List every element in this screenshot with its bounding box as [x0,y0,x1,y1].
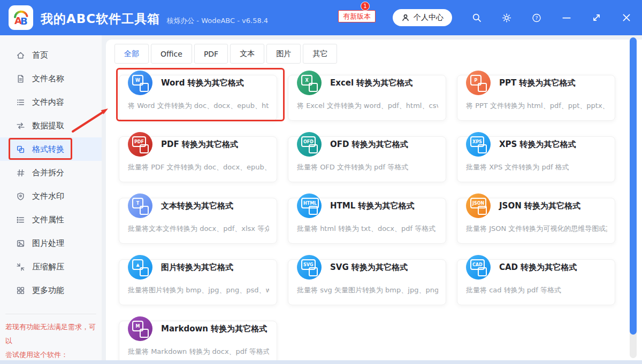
sidebar-item-file-properties[interactable]: 文件属性 [0,208,102,231]
file-content-icon [16,98,25,107]
markdown-convert-icon: M [128,316,152,341]
tool-card-title: Word 转换为其它格式 [161,78,244,88]
content-panel: 全部 Office PDF 文本 图片 其它 W Word 转换为其它格式 将 … [106,40,642,364]
card-image-convert[interactable]: ▲ 图片转换为其它格式 批量将图片转换为 bmp、jpg、png、psd、web… [119,259,277,305]
format-letter: JSON [470,198,486,208]
cad-convert-icon: CAD [466,255,491,280]
tool-card-title: SVG 转换为其它格式 [330,262,408,273]
resize-icon[interactable] [592,13,601,22]
text-convert-icon: T [128,193,152,218]
format-letter: XPS [470,136,484,147]
pdf-convert-icon: PDF [128,132,152,157]
word-convert-icon: W [128,71,152,95]
xps-convert-icon: XPS [466,132,491,157]
help-icon[interactable]: ? [532,13,541,22]
card-markdown-convert[interactable]: M Markdown 转换为其它格式 批量将 Markdown 转换为 docx… [119,321,277,364]
sidebar-item-label: 文件内容 [32,97,64,107]
card-svg-convert[interactable]: SVG SVG 转换为其它格式 批量将 svg 矢量图片转换为 bmp、jpg、… [288,259,446,305]
card-ofd-convert[interactable]: OFD OFD 转换为其它格式 批量将 OFD 文件转换为 pdf 等格式 [288,136,446,182]
card-html-convert[interactable]: HTML HTML 转换为其它格式 批量将 html 转换为 txt、docx、… [288,198,446,244]
sidebar-item-merge-split[interactable]: 合并拆分 [0,161,102,184]
sidebar-item-data-extract[interactable]: 数据提取 [0,114,102,137]
tab-office[interactable]: Office [151,44,192,64]
app-logo-icon: A B [11,8,30,27]
card-cad-convert[interactable]: CAD CAD 转换为其它格式 批量将 cad 转换为 pdf 等格式 [457,259,615,305]
svg-text:?: ? [535,15,538,21]
tool-card-desc: 批量将图片转换为 bmp、jpg、png、psd、webp、 [128,285,269,295]
sidebar-item-label: 首页 [32,50,48,60]
new-version-badge[interactable]: 有新版本 [338,10,376,22]
sidebar-item-label: 文件名称 [32,74,64,84]
json-convert-icon: JSON [466,193,491,218]
format-convert-icon [16,145,25,154]
format-letter: SVG [301,259,316,270]
svg-text:B: B [20,16,28,27]
tool-card-title: JSON 转换为其它格式 [499,201,580,211]
data-extract-icon [16,121,25,130]
sidebar-item-compress[interactable]: 压缩解压 [0,255,102,278]
sidebar-item-home[interactable]: 首页 [0,43,102,67]
tool-card-desc: 批量将 cad 转换为 pdf 等格式 [466,285,607,295]
tool-card-desc: 批量将 OFD 文件转换为 pdf 等格式 [297,162,438,172]
file-properties-icon [16,215,25,224]
tool-card-title: CAD 转换为其它格式 [499,262,577,273]
compress-icon [16,262,25,272]
tab-other[interactable]: 其它 [303,44,337,64]
tool-card-desc: 批量将 svg 矢量图片转换为 bmp、jpg、png、doc [297,285,438,295]
card-ppt-convert[interactable]: P PPT 转换为其它格式 将 PPT 文件转换为 html、pdf、ppt、p… [457,75,615,121]
sidebar-item-format-convert[interactable]: 格式转换 [0,137,102,161]
file-name-icon [16,74,25,83]
minimize-icon[interactable] [562,13,571,22]
tool-card-title: XPS 转换为其它格式 [499,140,576,150]
watermark-shield-icon [16,192,25,201]
ofd-convert-icon: OFD [297,132,322,157]
category-tabs: 全部 Office PDF 文本 图片 其它 [114,44,642,64]
tab-image[interactable]: 图片 [266,44,301,64]
format-letter: P [470,75,482,86]
scrollbar-thumb[interactable] [630,37,637,335]
scrollbar-track[interactable] [630,37,637,358]
card-pdf-convert[interactable]: PDF PDF 转换为其它格式 批量将 PDF 文件转换为 doc、docx、e… [119,136,277,182]
tool-card-desc: 批量将文本文件转换为 docx、pdf、xlsx 等众多格式 [128,224,269,234]
person-icon [401,13,410,22]
tool-card-title: Markdown 转换为其它格式 [161,324,267,334]
format-letter: ▲ [132,259,143,270]
close-icon[interactable] [622,13,631,22]
app-subtitle: 核烁办公 - WodeABC - v6.58.4 [166,16,268,26]
sidebar-item-more-features[interactable]: 更多功能 [0,278,102,302]
card-excel-convert[interactable]: X Excel 转换为其它格式 将 Excel 文件转换为 word、pdf、h… [288,75,446,121]
sidebar-note: 若现有功能无法满足需求，可以 尝试使用这个软件： 《核烁文档批量处理工具》 它是… [5,320,96,364]
sidebar-divider [5,314,96,314]
app-title: 我的ABC软件工具箱 [41,11,160,27]
user-center-label: 个人中心 [414,13,444,22]
sidebar-item-label: 文件水印 [32,191,64,202]
tool-card-desc: 批量将 Markdown 转换为 docx、pdf 等格式 [128,347,269,357]
sidebar-item-label: 格式转换 [32,144,64,154]
search-icon[interactable] [472,13,482,22]
tool-card-title: PDF 转换为其它格式 [161,140,238,150]
excel-convert-icon: X [297,71,322,95]
card-text-convert[interactable]: T 文本转换为其它格式 批量将文本文件转换为 docx、pdf、xlsx 等众多… [119,198,277,244]
sidebar-item-watermark[interactable]: 文件水印 [0,184,102,208]
window-bottom-edge [0,360,642,364]
card-json-convert[interactable]: JSON JSON 转换为其它格式 批量将 JSON 文件转换为可视化的思维导图… [457,198,615,244]
sidebar-item-file-content[interactable]: 文件内容 [0,90,102,114]
user-center-button[interactable]: 个人中心 [393,9,452,26]
tool-card-title: HTML 转换为其它格式 [330,201,415,211]
sidebar-item-image-process[interactable]: 图片处理 [0,231,102,255]
tool-card-title: OFD 转换为其它格式 [330,140,408,150]
tab-pdf[interactable]: PDF [194,44,228,64]
settings-gear-icon[interactable] [502,13,511,22]
home-icon [16,51,25,60]
card-xps-convert[interactable]: XPS XPS 转换为其它格式 批量将 XPS 文件转换为 pdf 格式 [457,136,615,182]
tool-card-desc: 批量将 JSON 文件转换为可视化的思维导图或其它格式 [466,224,607,234]
svg-convert-icon: SVG [297,255,322,280]
tool-card-desc: 批量将 html 转换为 txt、docx、pdf 等格式 [297,224,438,234]
card-word-convert[interactable]: W Word 转换为其它格式 将 Word 文件转换为 doc、docx、epu… [119,75,277,121]
sidebar-item-file-name[interactable]: 文件名称 [0,67,102,90]
sidebar-item-label: 压缩解压 [32,262,64,272]
tab-text[interactable]: 文本 [230,44,264,64]
title-bar: A B 我的ABC软件工具箱 核烁办公 - WodeABC - v6.58.4 … [0,0,642,35]
tab-all[interactable]: 全部 [114,44,149,64]
sidebar-item-label: 文件属性 [32,215,64,225]
